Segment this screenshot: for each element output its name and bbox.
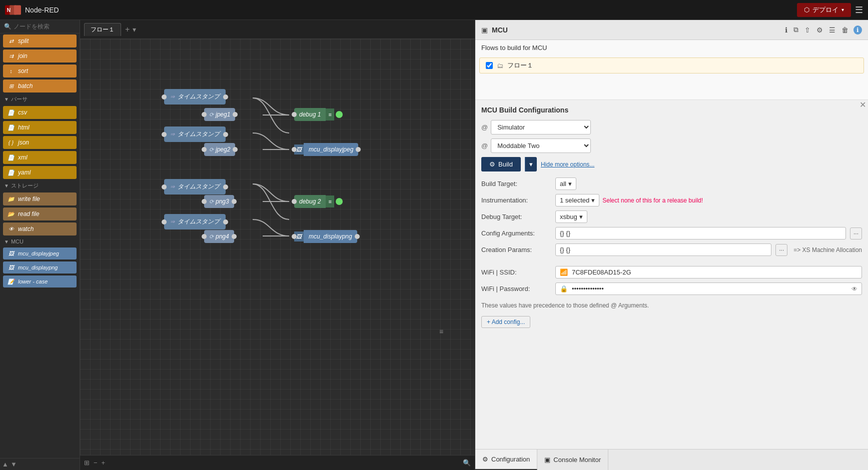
flow-checkbox[interactable] [486,62,493,69]
instrumentation-dropdown[interactable]: 1 selected ▾ [555,194,599,206]
sidebar-item-mcu-displaypng[interactable]: 🖼 mcu_displaypng [3,262,77,274]
mcu-panel-icon: ▣ [481,26,488,34]
deploy-button[interactable]: ⬡ デプロイ ▾ [797,3,851,17]
canvas-zoom-in-btn[interactable]: + [102,459,106,466]
panel-info-btn[interactable]: ℹ [783,24,789,36]
creation-params-input[interactable] [555,244,771,256]
section-parser[interactable]: ▼ パーサ [0,94,80,105]
config-args-input[interactable] [555,227,846,240]
add-config-button[interactable]: + Add config... [481,316,530,328]
sidebar-item-join[interactable]: ⇉ join [3,50,77,62]
debug-target-dropdown[interactable]: xsbug ▾ [555,210,587,223]
node-debug1[interactable]: debug 1 ≡ [294,108,344,121]
node-timestamp-3[interactable]: ⇒ タイムスタンプ [164,179,226,194]
section-storage[interactable]: ▼ ストレージ [0,180,80,192]
sidebar-item-split-label: split [18,38,29,44]
debug-target-label: Debug Target: [481,213,551,220]
mcu-build-title: MCU Build Configurations [481,106,862,114]
sidebar-item-html[interactable]: 📄 html [3,121,77,134]
node-mcu-displayjpeg-canvas[interactable]: 🖼 mcu_displayjpeg [294,143,358,156]
sidebar-item-mcu-displayjpeg[interactable]: 🖼 mcu_displayjpeg [3,248,77,260]
build-target-value: all [560,180,566,188]
node-mcu-displaypng-canvas[interactable]: 🖼 mcu_displaypng [294,230,357,243]
sidebar-item-yaml-label: yaml [18,169,31,176]
mcu-build-section: MCU Build Configurations @ Simulator @ M… [475,100,868,449]
sidebar-item-html-label: html [18,124,30,131]
hide-options-link[interactable]: Hide more options... [541,161,594,168]
close-panel-btn[interactable]: ✕ [859,100,866,110]
build-target-row: Build Target: all ▾ [481,178,862,190]
configuration-tab-icon: ⚙ [482,456,488,463]
sidebar-item-write-file[interactable]: 📁 write file [3,192,77,206]
console-monitor-tab[interactable]: ▣ Console Monitor [537,450,608,470]
sidebar-down-btn[interactable]: ▼ [11,460,17,468]
node-timestamp-4[interactable]: ⇒ タイムスタンプ [164,214,226,230]
flow-tab-1[interactable]: フロー１ [84,23,121,36]
hamburger-menu-button[interactable]: ☰ [855,4,863,16]
moddable-select[interactable]: Moddable Two [491,138,591,153]
creation-params-ellipsis-btn[interactable]: ··· [775,244,787,256]
sidebar-up-btn[interactable]: ▲ [2,460,9,468]
config-args-row: Config Arguments: ··· [481,227,862,240]
sidebar-item-yaml[interactable]: 📄 yaml [3,166,77,179]
simulator-select[interactable]: Simulator [491,120,591,134]
build-target-dropdown[interactable]: all ▾ [555,178,576,190]
node-timestamp-1[interactable]: ⇒ タイムスタンプ [164,89,226,104]
build-target-label: Build Target: [481,180,551,188]
tab-menu-button[interactable]: ▾ [133,26,136,34]
node-debug2[interactable]: debug 2 ≡ [294,195,344,208]
flow-check-item[interactable]: 🗂 フロー１ [479,58,864,74]
canvas-zoom-fit-btn[interactable]: ⊞ [84,459,90,466]
parser-section-label: パーサ [11,96,28,103]
canvas-zoom-out-btn[interactable]: − [94,459,98,466]
panel-copy-btn[interactable]: ⧉ [792,24,800,36]
debug-target-row: Debug Target: xsbug ▾ [481,210,862,223]
wifi-password-input[interactable] [572,285,849,292]
console-monitor-tab-icon: ▣ [544,456,550,464]
app-title: Node-RED [25,6,59,14]
node-png4[interactable]: ⟳ png4 [204,230,234,243]
sidebar-item-watch[interactable]: 👁 watch [3,222,77,236]
wifi-password-label: WiFi | Password: [481,285,551,292]
drag-indicator: ≡ [439,328,443,336]
flows-section-title: Flows to build for MCU [475,40,868,56]
sidebar-item-batch[interactable]: ⊞ batch [3,80,77,92]
build-button[interactable]: ⚙ Build [481,157,521,172]
panel-list-btn[interactable]: ☰ [827,24,837,36]
build-btn-row: ⚙ Build ▾ Hide more options... [481,157,862,172]
watch-icon: 👁 [7,225,15,233]
sidebar: 🔍 ⇄ split ⇉ join ↕ sort ⊞ batch ▼ パーサ 📄 … [0,20,80,470]
build-dropdown-btn[interactable]: ▾ [525,157,537,172]
sidebar-item-csv[interactable]: 📄 csv [3,106,77,119]
at-icon-1: @ [481,124,488,131]
add-tab-button[interactable]: + [125,25,130,34]
sidebar-item-lower-case[interactable]: 📝 lower - case [3,276,77,288]
sidebar-item-split[interactable]: ⇄ split [3,34,77,48]
instrumentation-note: Select none of this for a release build! [602,197,703,204]
panel-settings-btn[interactable]: ⚙ [815,24,824,36]
sidebar-item-sort[interactable]: ↕ sort [3,64,77,78]
node-timestamp-2[interactable]: ⇒ タイムスタンプ [164,126,226,142]
sidebar-item-json[interactable]: { } json [3,136,77,149]
flow-canvas[interactable]: ⇒ タイムスタンプ ⟳ jpeg1 debug 1 [80,39,475,455]
node-png3[interactable]: ⟳ png3 [204,195,234,208]
configuration-tab[interactable]: ⚙ Configuration [475,450,537,470]
password-toggle-btn[interactable]: 👁 [851,286,857,292]
node-jpeg1[interactable]: ⟳ jpeg1 [204,108,235,121]
config-args-ellipsis-btn[interactable]: ··· [850,228,862,240]
node-jpeg2[interactable]: ⟳ jpeg2 [204,143,235,156]
sidebar-item-mcu-displayjpeg-label: mcu_displayjpeg [18,250,59,256]
mcu-section-label: MCU [11,238,24,244]
panel-delete-btn[interactable]: 🗑 [840,24,850,36]
canvas-tabs: フロー１ + ▾ [80,20,475,39]
panel-upload-btn[interactable]: ⇧ [803,24,812,36]
wifi-ssid-input[interactable] [572,268,857,276]
build-target-arrow-icon: ▾ [568,180,572,188]
canvas-area: フロー１ + ▾ [80,20,475,470]
debug-target-arrow-icon: ▾ [579,213,583,220]
search-bar: 🔍 [0,20,80,34]
sidebar-item-read-file[interactable]: 📂 read file [3,208,77,220]
search-input[interactable] [14,23,76,30]
sidebar-item-xml[interactable]: 📄 xml [3,151,77,164]
section-mcu[interactable]: ▼ MCU [0,236,80,246]
